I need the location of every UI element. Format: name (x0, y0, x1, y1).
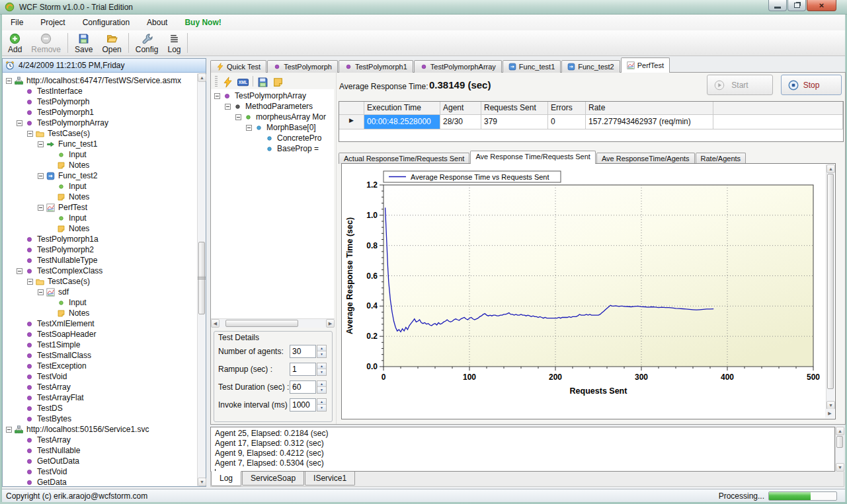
restore-button[interactable] (787, 0, 806, 11)
tree-node[interactable]: TestPolymorph1a (3, 234, 197, 244)
expander-toggle-icon[interactable] (27, 279, 33, 285)
tree-node[interactable]: PerfTest (3, 202, 197, 213)
tree-node[interactable]: TestPolymorph1 (3, 107, 197, 118)
tree-node[interactable]: sdf (3, 287, 197, 297)
tree-node[interactable]: GetData (3, 477, 197, 486)
scroll-left-icon[interactable]: ◀ (211, 319, 220, 328)
param-tree-hscrollbar[interactable]: ◀ ▶ (211, 318, 335, 328)
tree-node[interactable]: TestDS (3, 403, 197, 414)
lightning-icon[interactable] (222, 77, 233, 87)
spinner-down-icon[interactable]: ▼ (317, 369, 326, 375)
tree-node[interactable]: TestSmallClass (3, 350, 197, 361)
tree-node[interactable]: TestSoapHeader (3, 329, 197, 340)
scroll-down-icon[interactable]: ▼ (836, 463, 844, 472)
scroll-down-icon[interactable]: ▼ (198, 478, 206, 486)
field-input-2[interactable] (290, 380, 316, 394)
field-input-1[interactable] (290, 363, 316, 376)
tab-perftest[interactable]: PerfTest (621, 57, 670, 73)
expander-toggle-icon[interactable] (246, 125, 252, 131)
expander-toggle-icon[interactable] (6, 78, 12, 84)
tree-node[interactable]: TestInterface (3, 86, 197, 96)
tree-node[interactable]: Func_test2 (3, 170, 197, 181)
scroll-thumb[interactable] (198, 242, 205, 314)
tab-testpolymorpharray[interactable]: TestPolymorphArray (414, 60, 502, 73)
tree-node[interactable]: TestPolymorph2 (3, 244, 197, 255)
tree-node[interactable]: MorphBase[0] (211, 122, 334, 133)
tree-node[interactable]: TestVoid (3, 466, 197, 477)
tree-node[interactable]: Func_test1 (3, 139, 197, 149)
log-button[interactable]: Log (163, 32, 185, 55)
expander-toggle-icon[interactable] (38, 173, 44, 179)
expander-toggle-icon[interactable] (225, 104, 231, 110)
tree-node[interactable]: TestCase(s) (3, 276, 197, 287)
menu-item-project[interactable]: Project (32, 16, 73, 29)
grid-cell[interactable]: 379 (481, 115, 548, 129)
tree-node[interactable]: ConcretePro (211, 133, 334, 143)
tree-node[interactable]: TestComplexClass (3, 266, 197, 276)
save-icon[interactable] (257, 77, 268, 87)
field-input-3[interactable] (290, 398, 316, 412)
grid-column-header[interactable]: Requests Sent (481, 102, 548, 115)
spinner-up-icon[interactable]: ▲ (317, 399, 326, 405)
save-button[interactable]: Save (70, 32, 97, 55)
tree-node[interactable]: BaseProp = (211, 143, 334, 154)
grid-cell[interactable]: 00:00:48.2528000 (364, 115, 440, 129)
log-output[interactable]: Agent 25, Elapsed: 0.2184 (sec)Agent 17,… (210, 427, 835, 472)
tree-node[interactable]: MethodParameters (211, 101, 334, 112)
tab-func-test2[interactable]: Func_test2 (561, 60, 620, 73)
tree-node[interactable]: TestPolymorph (3, 96, 197, 107)
tree-node[interactable]: Notes (3, 223, 197, 234)
expander-toggle-icon[interactable] (17, 120, 22, 126)
tree-node[interactable]: http://localhost:64747/TestWS/Service.as… (3, 75, 197, 86)
tree-node[interactable]: Input (3, 181, 197, 192)
tab-quick-test[interactable]: Quick Test (210, 60, 266, 73)
tree-node[interactable]: TestArray (3, 382, 197, 392)
spinner-up-icon[interactable]: ▲ (317, 381, 326, 387)
row-selector-icon[interactable]: ▶ (339, 115, 364, 129)
grid-cell[interactable]: 28/30 (440, 115, 481, 129)
menu-item-about[interactable]: About (138, 16, 176, 29)
tree-node[interactable]: morpheusArray Mor (211, 112, 334, 122)
tab-func-test1[interactable]: Func_test1 (503, 60, 561, 73)
tree-node[interactable]: Input (3, 213, 197, 223)
tab-testpolymorph[interactable]: TestPolymorph (267, 60, 338, 73)
field-input-0[interactable] (290, 345, 316, 358)
grid-column-header[interactable]: Rate (586, 102, 713, 115)
tree-node[interactable]: TestException (3, 361, 197, 371)
expander-toggle-icon[interactable] (214, 93, 220, 99)
config-button[interactable]: Config (131, 32, 163, 55)
expander-toggle-icon[interactable] (38, 141, 44, 147)
menu-item-configuration[interactable]: Configuration (74, 16, 138, 29)
tree-node[interactable]: Test1Simple (3, 340, 197, 350)
tree-node[interactable]: TestNullableType (3, 255, 197, 266)
chart-scrollbar[interactable]: ▲ ▼ (826, 164, 834, 410)
scroll-right-icon[interactable]: ▶ (825, 409, 834, 418)
tree-node[interactable]: TestVoid (3, 371, 197, 382)
expander-toggle-icon[interactable] (38, 289, 44, 295)
scroll-right-icon[interactable]: ▶ (326, 319, 335, 328)
grid-column-header[interactable]: Errors (548, 102, 586, 115)
open-button[interactable]: Open (97, 32, 126, 55)
notes-icon[interactable] (272, 77, 284, 87)
scroll-thumb[interactable] (827, 174, 834, 389)
spinner-control[interactable]: ▲▼ (317, 380, 327, 394)
tree-node[interactable]: TestXmlElement (3, 318, 197, 329)
xml-icon[interactable]: XML (237, 77, 249, 87)
add-button[interactable]: Add (3, 32, 26, 55)
grid-column-header[interactable]: Execution Time (364, 102, 440, 115)
scroll-up-icon[interactable]: ▲ (198, 73, 206, 82)
grid-data-row[interactable]: ▶00:00:48.252800028/303790157.2779434629… (339, 115, 843, 129)
menu-item-buy-now-[interactable]: Buy Now! (176, 16, 229, 29)
stop-button[interactable]: Stop (781, 75, 842, 95)
tree-node[interactable]: TestPolymorphArray (3, 118, 197, 128)
start-button[interactable]: Start (707, 75, 773, 95)
tree-node[interactable]: TestCase(s) (3, 128, 197, 139)
tree-node[interactable]: TestArrayFlat (3, 392, 197, 403)
chart-tab-rate-agents[interactable]: Rate/Agents (696, 153, 746, 164)
log-tab-servicesoap[interactable]: ServiceSoap (242, 472, 304, 486)
spinner-control[interactable]: ▲▼ (317, 398, 327, 412)
log-scrollbar[interactable]: ▲ ▼ (835, 427, 844, 472)
scroll-up-icon[interactable]: ▲ (836, 427, 844, 435)
tab-testpolymorph1[interactable]: TestPolymorph1 (339, 60, 413, 73)
menu-item-file[interactable]: File (2, 16, 32, 29)
